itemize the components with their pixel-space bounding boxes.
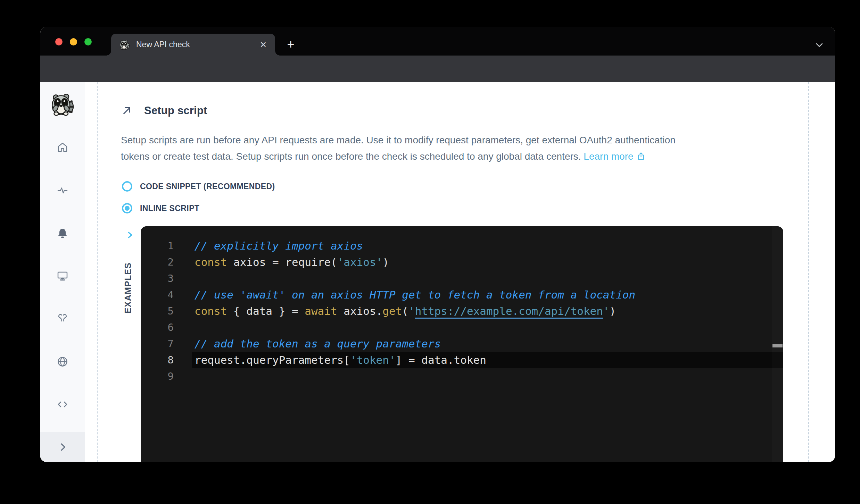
radio-inline-script[interactable] [122, 203, 132, 213]
close-window-button[interactable] [55, 38, 63, 45]
sidebar-item-dashboards[interactable] [57, 270, 68, 282]
line-number: 7 [141, 336, 174, 352]
code-line: // explicitly import axios [192, 238, 783, 254]
description-line: tokens or create test data. Setup script… [121, 151, 581, 162]
minimize-window-button[interactable] [70, 38, 77, 45]
sidebar-expand-button[interactable] [40, 432, 85, 462]
code-line [192, 270, 783, 287]
chevron-right-icon [57, 441, 69, 453]
code-editor[interactable]: 123456789 // explicitly import axioscons… [141, 226, 783, 462]
setup-script-description: Setup scripts are run before any API req… [121, 132, 795, 165]
monitor-icon [58, 272, 67, 280]
description-line: Setup scripts are run before any API req… [121, 132, 795, 148]
radio-label[interactable]: INLINE SCRIPT [140, 204, 199, 213]
line-number: 2 [141, 254, 174, 270]
radio-label[interactable]: CODE SNIPPET (RECOMMENDED) [140, 182, 275, 191]
examples-expand-chevron-icon[interactable] [125, 230, 135, 240]
page-title: Setup script [144, 104, 207, 117]
editor-code[interactable]: // explicitly import axiosconst axios = … [192, 238, 783, 385]
sidebar-item-home[interactable] [57, 142, 68, 153]
zoom-window-button[interactable] [84, 38, 92, 45]
code-line: const axios = require('axios') [192, 254, 783, 270]
bell-icon [58, 229, 67, 238]
browser-toolbar: app.checklyhq.com/checks/new/api [40, 56, 835, 82]
globe-icon [58, 358, 67, 366]
chevron-down-icon[interactable] [813, 39, 825, 51]
line-number: 5 [141, 303, 174, 319]
checkly-raccoon-logo[interactable] [51, 93, 74, 116]
option-inline-script[interactable]: INLINE SCRIPT [122, 203, 199, 213]
content-guide-right [808, 82, 809, 462]
code-icon [58, 402, 67, 407]
option-code-snippet[interactable]: CODE SNIPPET (RECOMMENDED) [122, 181, 275, 192]
code-line: request.queryParameters['token'] = data.… [192, 352, 783, 368]
line-number: 3 [141, 270, 174, 287]
line-number: 6 [141, 319, 174, 336]
new-tab-button[interactable]: + [284, 38, 297, 51]
editor-scrollbar[interactable] [772, 226, 783, 462]
line-number: 1 [141, 238, 174, 254]
line-number: 8 [141, 352, 174, 368]
wrench-icon [59, 314, 66, 321]
editor-gutter: 123456789 [141, 238, 174, 385]
content-guide-left [97, 82, 98, 462]
sidebar-item-activity[interactable] [57, 184, 68, 196]
browser-tab[interactable]: New API check ✕ [111, 34, 275, 56]
tab-close-icon[interactable]: ✕ [260, 41, 267, 49]
external-link-icon [636, 152, 646, 161]
arrow-up-right-icon [121, 105, 132, 116]
tab-title: New API check [136, 40, 254, 49]
sidebar-item-snippets[interactable] [57, 398, 68, 410]
line-number: 4 [141, 287, 174, 303]
home-icon [58, 143, 67, 152]
browser-window: New API check ✕ + app.checklyhq.com/chec… [40, 27, 835, 462]
sidebar-item-alerts[interactable] [57, 227, 68, 239]
scrollbar-thumb[interactable] [772, 344, 783, 347]
code-line: // add the token as a query parameters [192, 336, 783, 352]
code-line: // use 'await' on an axios HTTP get to f… [192, 287, 783, 303]
line-number: 9 [141, 368, 174, 385]
radio-code-snippet[interactable] [122, 181, 132, 192]
checkly-raccoon-favicon [119, 40, 130, 50]
sidebar-item-maintenance[interactable] [57, 313, 68, 325]
learn-more-link[interactable]: Learn more [584, 151, 645, 162]
activity-pulse-icon [58, 188, 67, 193]
code-line: const { data } = await axios.get('https:… [192, 303, 783, 319]
tab-strip: New API check ✕ + [40, 27, 835, 56]
sidebar-item-private-locations[interactable] [57, 356, 68, 368]
code-line [192, 368, 783, 385]
tab-examples[interactable]: EXAMPLES [123, 247, 133, 313]
code-line [192, 319, 783, 336]
